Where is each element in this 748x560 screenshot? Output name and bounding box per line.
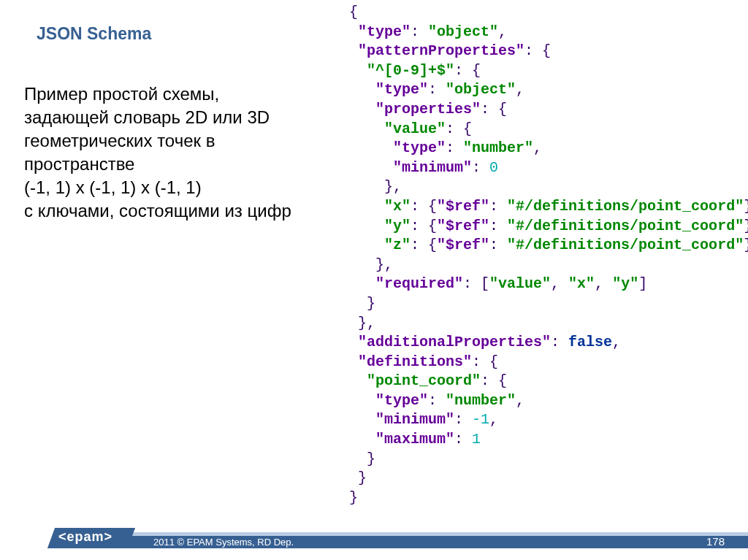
copyright-text: 2011 © EPAM Systems, RD Dep. bbox=[153, 537, 294, 548]
description-text: Пример простой схемы, задающей словарь 2… bbox=[24, 83, 302, 222]
epam-logo: <epam> bbox=[58, 529, 112, 545]
page-number: 178 bbox=[706, 535, 725, 548]
footer: <epam> 2011 © EPAM Systems, RD Dep. 178 bbox=[0, 525, 748, 548]
slide-title: JSON Schema bbox=[37, 24, 151, 44]
code-block: { "type": "object", "patternProperties":… bbox=[349, 3, 729, 507]
